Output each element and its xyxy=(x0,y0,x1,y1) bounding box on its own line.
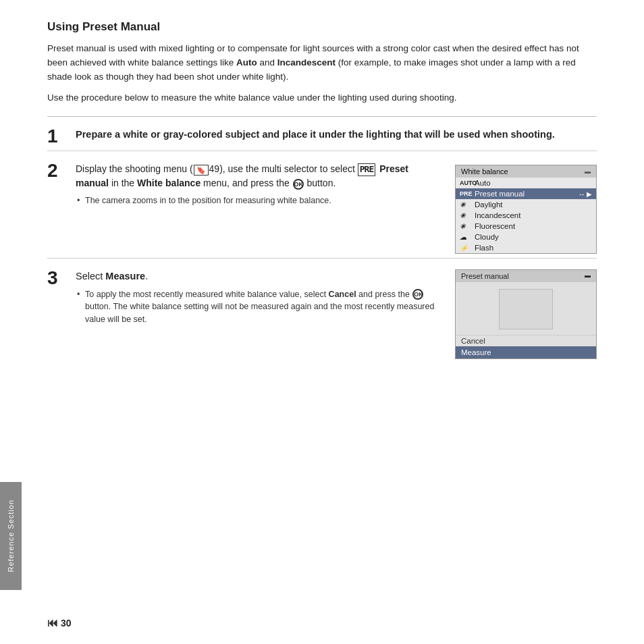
step2-text-end: menu, and press the xyxy=(200,178,292,188)
step-2-inline: Display the shooting menu (🔖49), use the… xyxy=(76,162,597,254)
step-1-text: Prepare a white or gray-colored subject … xyxy=(76,128,597,142)
wb-daylight-icon: ✳ xyxy=(460,201,475,209)
wb-row-cloudy: ☁ Cloudy xyxy=(456,232,596,242)
wb-flash-label: Flash xyxy=(475,244,592,252)
preset-manual-menu: Preset manual ▬ Cancel Measure xyxy=(455,269,597,359)
page-content: Using Preset Manual Preset manual is use… xyxy=(0,0,644,383)
battery-icon: ▬ xyxy=(585,168,591,175)
wb-incandescent-label: Incandescent xyxy=(475,211,592,219)
wb-fluorescent-icon: ✳ xyxy=(460,223,475,230)
step-2-content: Display the shooting menu (🔖49), use the… xyxy=(76,162,597,254)
preset-cancel-label: Cancel xyxy=(461,337,485,345)
reference-section-sidebar: Reference Section xyxy=(0,482,22,590)
wb-row-flash: ⚡ Flash xyxy=(456,242,596,253)
footer-camera-icon: ⏮ xyxy=(47,617,57,629)
preset-white-box xyxy=(499,289,553,329)
wb-auto-icon: AUTO xyxy=(460,180,475,186)
wb-flash-icon: ⚡ xyxy=(460,244,475,252)
wb-menu-title: White balance ▬ xyxy=(456,165,596,178)
wb-row-preset: PRE Preset manual -- ▶ xyxy=(456,188,596,199)
preset-measure-label: Measure xyxy=(461,348,491,356)
step2-text-after-page: ), use the multi selector to select xyxy=(219,163,358,174)
step2-page-num: 49 xyxy=(209,163,220,174)
step3-bullet-end: button. The white balance setting will n… xyxy=(85,302,434,324)
wb-incandescent-icon: ✳ xyxy=(460,212,475,219)
wb-cloudy-icon: ☁ xyxy=(460,234,475,241)
step-2: 2 Display the shooting menu (🔖49), use t… xyxy=(47,162,597,254)
step-2-number: 2 xyxy=(47,161,76,182)
wb-menu-title-text: White balance xyxy=(461,167,508,176)
footer-page-number: 30 xyxy=(61,618,72,628)
step3-text-prefix: Select xyxy=(76,271,105,281)
intro-text-mid: and xyxy=(257,57,277,68)
preset-menu-title-text: Preset manual xyxy=(461,272,509,280)
step3-cancel-label: Cancel xyxy=(329,290,356,299)
wb-row-incandescent: ✳ Incandescent xyxy=(456,210,596,221)
wb-row-auto: AUTO Auto xyxy=(456,178,596,188)
step-1-number: 1 xyxy=(47,126,76,147)
white-balance-menu: White balance ▬ AUTO Auto PRE Preset man… xyxy=(455,165,597,254)
step2-book-icon: 🔖 xyxy=(194,165,209,176)
wb-daylight-label: Daylight xyxy=(475,200,592,209)
preset-image-area xyxy=(456,282,596,335)
step-3-text: Select Measure. xyxy=(76,269,441,284)
wb-row-daylight: ✳ Daylight xyxy=(456,199,596,210)
wb-preset-arrow: ▶ xyxy=(587,190,592,198)
preset-menu-battery-icon: ▬ xyxy=(585,272,591,280)
divider-1 xyxy=(47,116,597,117)
wb-row-fluorescent: ✳ Fluorescent xyxy=(456,221,596,232)
step-3-text-col: Select Measure. To apply the most recent… xyxy=(76,269,441,325)
step-3: 3 Select Measure. To apply the most rece… xyxy=(47,269,597,359)
wb-auto-label: Auto xyxy=(475,179,592,187)
step-2-bullet: The camera zooms in to the position for … xyxy=(76,194,441,207)
step3-bullet-mid: and press the xyxy=(356,290,412,299)
wb-fluorescent-label: Fluorescent xyxy=(475,222,592,230)
step-3-area: 3 Select Measure. To apply the most rece… xyxy=(47,258,597,359)
step-1-content: Prepare a white or gray-colored subject … xyxy=(76,128,597,146)
intro-paragraph-2: Use the procedure below to measure the w… xyxy=(47,91,597,105)
wb-preset-label: Preset manual xyxy=(475,190,579,198)
step2-text-middle: in the xyxy=(109,178,137,188)
step-2-area: 2 Display the shooting menu (🔖49), use t… xyxy=(47,151,597,254)
reference-section-label: Reference Section xyxy=(7,500,15,572)
step-3-layout: Select Measure. To apply the most recent… xyxy=(76,269,597,359)
step-2-text-col: Display the shooting menu (🔖49), use the… xyxy=(76,162,441,207)
step-3-bullet: To apply the most recently measured whit… xyxy=(76,288,441,326)
step3-text-suffix: . xyxy=(145,271,148,281)
step-1: 1 Prepare a white or gray-colored subjec… xyxy=(47,128,597,147)
step-3-number: 3 xyxy=(47,268,76,289)
step2-ok-button-icon: OK xyxy=(293,179,304,190)
step2-white-balance-label: White balance xyxy=(137,178,200,188)
step3-ok-button-icon: OK xyxy=(412,289,423,300)
preset-menu-title: Preset manual ▬ xyxy=(456,270,596,282)
wb-pre-icon: PRE xyxy=(460,190,475,197)
intro-paragraph-1: Preset manual is used with mixed lightin… xyxy=(47,42,597,84)
step2-pre-icon: PRE xyxy=(358,163,375,176)
wb-cloudy-label: Cloudy xyxy=(475,233,592,241)
wb-preset-dashes: -- xyxy=(579,190,584,198)
preset-measure-row: Measure xyxy=(456,346,596,358)
step2-text-final: button. xyxy=(304,178,336,188)
intro-bold-incandescent: Incandescent xyxy=(277,57,336,68)
page-title: Using Preset Manual xyxy=(47,20,597,34)
step3-bullet-prefix: To apply the most recently measured whit… xyxy=(85,290,329,299)
step2-text-normal: Display the shooting menu ( xyxy=(76,163,193,174)
step-2-text: Display the shooting menu (🔖49), use the… xyxy=(76,162,441,190)
footer: ⏮ 30 xyxy=(47,617,597,629)
preset-cancel-row: Cancel xyxy=(456,335,596,346)
step-3-content: Select Measure. To apply the most recent… xyxy=(76,269,597,359)
step3-measure-label: Measure xyxy=(105,271,145,281)
intro-bold-auto: Auto xyxy=(236,57,257,68)
